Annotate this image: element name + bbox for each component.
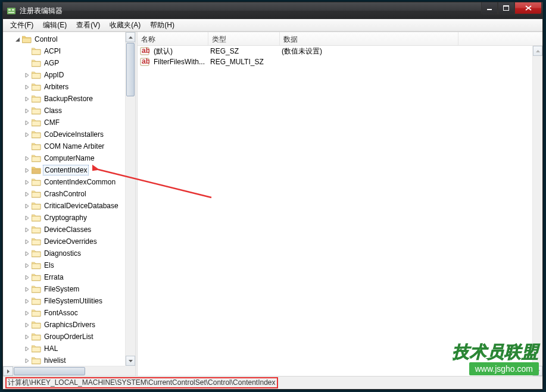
expander-icon[interactable]: [22, 168, 32, 173]
tree-node[interactable]: CrashControl: [3, 188, 135, 200]
tree-node[interactable]: CoDeviceInstallers: [3, 128, 135, 140]
tree-node[interactable]: hivelist: [3, 355, 135, 366]
tree-node[interactable]: HAL: [3, 343, 135, 355]
svg-rect-21: [32, 205, 41, 209]
tree-vertical-scrollbar[interactable]: [125, 32, 135, 366]
tree-label: BackupRestore: [43, 94, 94, 104]
expander-icon[interactable]: [22, 96, 32, 102]
tree-node[interactable]: CMF: [3, 117, 135, 128]
svg-rect-30: [32, 312, 41, 316]
scroll-up-button[interactable]: [533, 46, 542, 56]
close-button[interactable]: [514, 2, 542, 14]
expander-icon[interactable]: [22, 192, 32, 197]
expander-icon[interactable]: [22, 108, 32, 114]
tree-label: FileSystem: [43, 284, 80, 294]
svg-rect-12: [32, 98, 41, 102]
menubar: 文件(F) 编辑(E) 查看(V) 收藏夹(A) 帮助(H): [3, 19, 542, 32]
expander-icon[interactable]: [22, 322, 32, 328]
tree-node[interactable]: Cryptography: [3, 212, 135, 224]
window-title: 注册表编辑器: [20, 6, 63, 16]
menu-help[interactable]: 帮助(H): [145, 19, 179, 32]
menu-favorites[interactable]: 收藏夹(A): [105, 19, 145, 32]
tree-node[interactable]: Els: [3, 259, 135, 271]
svg-rect-13: [32, 109, 41, 114]
scroll-right-button[interactable]: [3, 366, 13, 376]
tree-node[interactable]: ContentIndexCommon: [3, 176, 135, 188]
column-header[interactable]: 数据: [280, 32, 458, 45]
svg-rect-22: [32, 217, 41, 221]
tree-node[interactable]: Arbiters: [3, 81, 135, 93]
tree-node[interactable]: BackupRestore: [3, 93, 135, 105]
tree-node[interactable]: AppID: [3, 69, 135, 81]
expander-icon[interactable]: [22, 227, 32, 233]
column-header[interactable]: 类型: [208, 32, 280, 45]
tree-horizontal-scrollbar[interactable]: [3, 366, 125, 376]
expander-icon[interactable]: [22, 156, 32, 161]
tree-node[interactable]: CriticalDeviceDatabase: [3, 200, 135, 212]
menu-edit[interactable]: 编辑(E): [38, 19, 71, 32]
tree-node[interactable]: ContentIndex: [3, 164, 135, 176]
tree-node[interactable]: FontAssoc: [3, 307, 135, 319]
list-row[interactable]: abFilterFilesWith...REG_MULTI_SZ: [138, 57, 542, 67]
expander-icon[interactable]: [22, 132, 32, 137]
menu-view[interactable]: 查看(V): [71, 19, 105, 32]
expander-icon[interactable]: [22, 311, 32, 316]
svg-rect-15: [32, 133, 41, 138]
maximize-button[interactable]: [498, 2, 514, 14]
cell-type: REG_SZ: [208, 46, 280, 56]
expander-icon[interactable]: [22, 334, 32, 340]
expander-icon[interactable]: [22, 239, 32, 244]
tree-node[interactable]: GroupOrderList: [3, 331, 135, 343]
expander-icon[interactable]: [13, 37, 22, 42]
tree-label: ContentIndex: [43, 165, 89, 175]
tree-node[interactable]: COM Name Arbiter: [3, 140, 135, 152]
tree-node[interactable]: Errata: [3, 271, 135, 283]
tree-node[interactable]: DeviceClasses: [3, 224, 135, 236]
tree-node[interactable]: Diagnostics: [3, 247, 135, 259]
svg-rect-1: [8, 9, 11, 11]
scroll-down-button[interactable]: [126, 356, 135, 366]
expander-icon[interactable]: [22, 251, 32, 256]
expander-icon[interactable]: [22, 275, 32, 280]
expander-icon[interactable]: [22, 263, 32, 268]
minimize-button[interactable]: [481, 2, 498, 14]
menu-file[interactable]: 文件(F): [5, 19, 38, 32]
svg-rect-27: [32, 276, 41, 281]
tree-node[interactable]: GraphicsDrivers: [3, 319, 135, 331]
scroll-up-button[interactable]: [126, 32, 135, 42]
registry-tree[interactable]: ControlACPIAGPAppIDArbitersBackupRestore…: [3, 32, 135, 366]
list-row[interactable]: ab(默认)REG_SZ(数值未设置): [138, 46, 542, 57]
svg-rect-17: [32, 157, 41, 162]
expander-icon[interactable]: [22, 287, 32, 292]
list-vertical-scrollbar[interactable]: [532, 46, 542, 376]
column-header[interactable]: 名称: [138, 32, 208, 45]
expander-icon[interactable]: [22, 215, 32, 221]
tree-node-root[interactable]: Control: [3, 33, 135, 45]
tree-node[interactable]: FileSystem: [3, 283, 135, 295]
tree-node[interactable]: FileSystemUtilities: [3, 295, 135, 307]
list-header[interactable]: 名称类型数据: [138, 32, 542, 46]
expander-icon[interactable]: [22, 203, 32, 209]
tree-node[interactable]: Class: [3, 105, 135, 117]
expander-icon[interactable]: [22, 120, 32, 126]
svg-rect-29: [32, 300, 41, 305]
expander-icon[interactable]: [22, 299, 32, 304]
svg-text:ab: ab: [142, 57, 149, 65]
titlebar[interactable]: 注册表编辑器: [3, 2, 542, 19]
scroll-thumb[interactable]: [126, 43, 135, 96]
expander-icon[interactable]: [22, 358, 32, 363]
expander-icon[interactable]: [22, 346, 32, 352]
workarea: ControlACPIAGPAppIDArbitersBackupRestore…: [3, 32, 542, 376]
tree-node[interactable]: ACPI: [3, 45, 135, 57]
expander-icon[interactable]: [22, 180, 32, 185]
list-body[interactable]: ab(默认)REG_SZ(数值未设置)abFilterFilesWith...R…: [138, 46, 542, 67]
tree-node[interactable]: DeviceOverrides: [3, 236, 135, 247]
scroll-thumb-h[interactable]: [14, 367, 85, 375]
tree-node[interactable]: ComputerName: [3, 152, 135, 164]
svg-rect-16: [32, 145, 41, 150]
expander-icon[interactable]: [22, 73, 32, 78]
svg-rect-26: [32, 264, 41, 269]
tree-node[interactable]: AGP: [3, 57, 135, 69]
expander-icon[interactable]: [22, 84, 32, 90]
window-controls: [481, 2, 542, 14]
